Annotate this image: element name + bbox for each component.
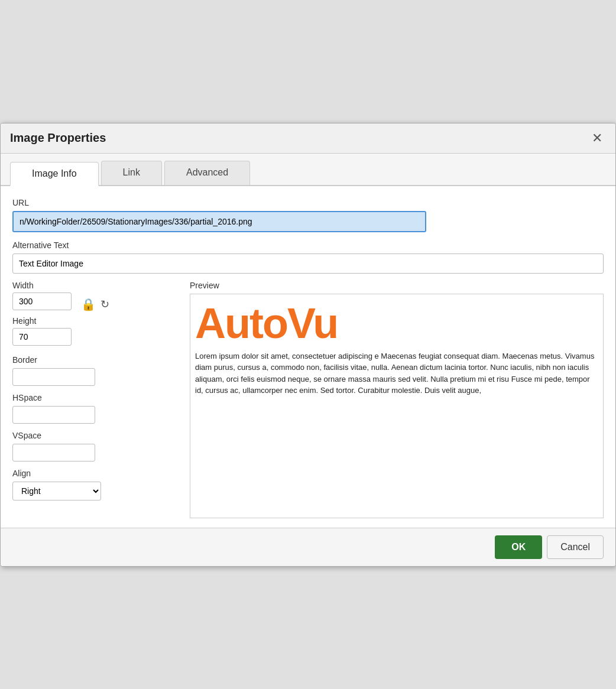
alt-label: Alternative Text — [12, 240, 604, 250]
dialog-title: Image Properties — [10, 131, 106, 145]
preview-logo: AutoVu — [190, 294, 603, 347]
border-label: Border — [12, 355, 178, 365]
vspace-label: VSpace — [12, 431, 178, 440]
vspace-input[interactable] — [12, 444, 95, 462]
alt-text-input[interactable] — [12, 254, 604, 274]
width-label: Width — [12, 281, 72, 290]
dialog-body: URL Alternative Text Width Height — [1, 186, 615, 528]
border-input[interactable] — [12, 368, 95, 386]
hspace-input[interactable] — [12, 406, 95, 424]
tabs-container: Image Info Link Advanced — [1, 154, 615, 186]
preview-box[interactable]: AutoVu Lorem ipsum dolor sit amet, conse… — [190, 294, 604, 518]
alt-text-section: Alternative Text — [12, 240, 604, 274]
size-block: Width Height 🔒 ↻ — [12, 281, 178, 346]
dialog-footer: OK Cancel — [1, 528, 615, 566]
right-panel: Preview AutoVu Lorem ipsum dolor sit ame… — [190, 281, 604, 518]
cancel-button[interactable]: Cancel — [547, 535, 604, 559]
close-button[interactable]: ✕ — [588, 131, 606, 146]
url-label: URL — [12, 198, 604, 207]
lock-icon: 🔒 — [81, 297, 96, 311]
tab-link[interactable]: Link — [101, 161, 162, 185]
ok-button[interactable]: OK — [495, 535, 542, 559]
align-section: Align <not set> Left Absottom Absmiddle … — [12, 469, 178, 500]
width-input[interactable] — [12, 292, 72, 310]
preview-image-area: AutoVu Lorem ipsum dolor sit amet, conse… — [190, 294, 603, 400]
url-section: URL — [12, 198, 604, 232]
align-select[interactable]: <not set> Left Absottom Absmiddle Baseli… — [12, 482, 101, 500]
preview-label: Preview — [190, 281, 604, 290]
height-label: Height — [12, 316, 72, 326]
height-input[interactable] — [12, 328, 72, 346]
vspace-section: VSpace — [12, 431, 178, 462]
refresh-icon[interactable]: ↻ — [100, 298, 109, 311]
align-label: Align — [12, 469, 178, 478]
left-panel: Width Height 🔒 ↻ Border — [12, 281, 178, 518]
border-section: Border — [12, 355, 178, 386]
size-col: Width Height — [12, 281, 72, 346]
main-content: Width Height 🔒 ↻ Border — [12, 281, 604, 518]
tab-advanced[interactable]: Advanced — [164, 161, 250, 185]
hspace-label: HSpace — [12, 393, 178, 402]
url-input[interactable] — [12, 211, 426, 232]
dialog-header: Image Properties ✕ — [1, 124, 615, 154]
image-properties-dialog: Image Properties ✕ Image Info Link Advan… — [0, 123, 616, 567]
preview-text: Lorem ipsum dolor sit amet, consectetuer… — [190, 347, 603, 400]
hspace-section: HSpace — [12, 393, 178, 424]
tab-image-info[interactable]: Image Info — [10, 162, 99, 186]
lock-controls: 🔒 ↻ — [81, 297, 109, 311]
